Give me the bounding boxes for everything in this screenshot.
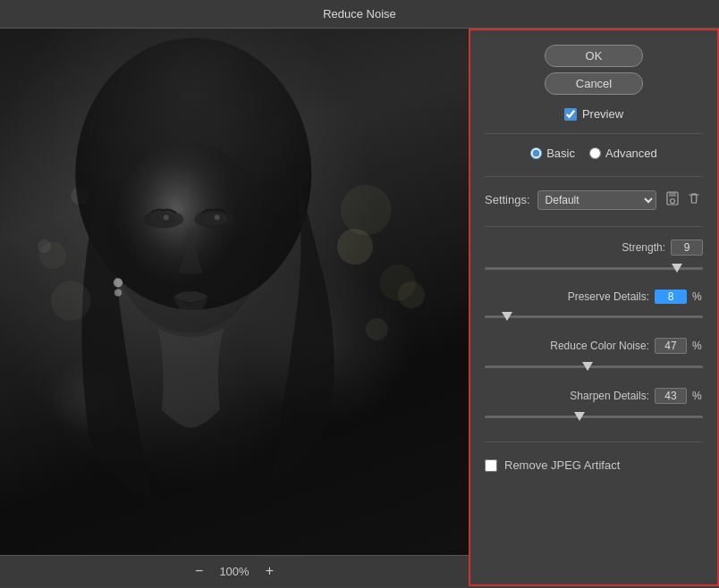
svg-point-12 (51, 281, 91, 321)
preserve-details-input[interactable] (655, 290, 687, 304)
preserve-details-slider[interactable] (485, 315, 703, 318)
remove-jpeg-checkbox[interactable] (485, 459, 497, 472)
reduce-color-noise-slider-row (485, 357, 703, 375)
svg-point-11 (379, 265, 416, 301)
sharpen-details-label: Sharpen Details: (570, 390, 649, 402)
sharpen-details-header: Sharpen Details: % (485, 388, 703, 404)
action-buttons: OK Cancel (485, 45, 703, 95)
preserve-details-slider-row (485, 307, 703, 325)
sharpen-details-slider[interactable] (485, 416, 703, 418)
title-bar: Reduce Noise (0, 0, 719, 29)
mode-advanced-label[interactable]: Advanced (589, 147, 657, 160)
settings-icons (664, 189, 703, 210)
dialog-title: Reduce Noise (323, 7, 396, 21)
svg-point-13 (39, 242, 66, 269)
mode-basic-radio[interactable] (530, 147, 542, 159)
reduce-color-noise-input[interactable] (655, 338, 687, 354)
remove-jpeg-row: Remove JPEG Artifact (485, 458, 703, 472)
zoom-out-button[interactable]: − (190, 561, 208, 581)
reduce-color-noise-unit: % (692, 340, 703, 352)
svg-point-16 (671, 199, 675, 204)
controls-panel: OK Cancel Preview Basic Advanced Setting… (469, 29, 719, 586)
sharpen-details-slider-row (485, 407, 703, 425)
svg-point-9 (114, 289, 122, 296)
strength-header: Strength: (485, 239, 703, 256)
svg-point-7 (215, 214, 220, 220)
preserve-details-group: Preserve Details: % (485, 290, 703, 325)
cancel-button[interactable]: Cancel (545, 72, 643, 95)
settings-row: Settings: Default (485, 189, 703, 210)
preview-checkbox[interactable] (564, 108, 577, 121)
strength-input[interactable] (671, 239, 703, 256)
svg-point-6 (164, 214, 169, 220)
svg-point-4 (151, 213, 176, 225)
mode-basic-label[interactable]: Basic (530, 147, 575, 160)
sharpen-details-unit: % (692, 390, 703, 402)
mode-row: Basic Advanced (485, 147, 703, 160)
sharpen-details-group: Sharpen Details: % (485, 388, 703, 425)
preview-label[interactable]: Preview (582, 107, 623, 121)
delete-preset-button[interactable] (685, 189, 703, 210)
svg-rect-15 (669, 192, 676, 197)
strength-slider[interactable] (485, 267, 703, 270)
reduce-color-noise-group: Reduce Color Noise: % (485, 338, 703, 375)
reduce-color-noise-label: Reduce Color Noise: (550, 340, 649, 352)
save-preset-button[interactable] (664, 189, 681, 210)
sharpen-details-input[interactable] (655, 388, 687, 404)
strength-slider-row (485, 259, 703, 277)
svg-point-5 (201, 213, 226, 225)
preview-toolbar: − 100% + (0, 555, 469, 586)
preserve-details-header: Preserve Details: % (485, 290, 703, 304)
settings-label: Settings: (485, 193, 530, 206)
strength-label: Strength: (622, 241, 665, 254)
settings-select[interactable]: Default (537, 190, 656, 210)
preview-panel: − 100% + (0, 29, 469, 586)
svg-point-8 (114, 278, 123, 287)
zoom-in-button[interactable]: + (260, 561, 279, 581)
reduce-color-noise-header: Reduce Color Noise: % (485, 338, 703, 354)
ok-button[interactable]: OK (545, 45, 643, 67)
preview-row: Preview (485, 107, 703, 121)
reduce-color-noise-slider[interactable] (485, 365, 703, 368)
svg-point-10 (341, 185, 392, 236)
preview-image[interactable] (0, 29, 469, 555)
zoom-level: 100% (219, 565, 249, 578)
remove-jpeg-label[interactable]: Remove JPEG Artifact (504, 458, 620, 472)
strength-group: Strength: (485, 239, 703, 277)
preserve-details-label: Preserve Details: (568, 290, 649, 303)
preserve-details-unit: % (692, 290, 703, 303)
mode-advanced-radio[interactable] (589, 147, 601, 159)
